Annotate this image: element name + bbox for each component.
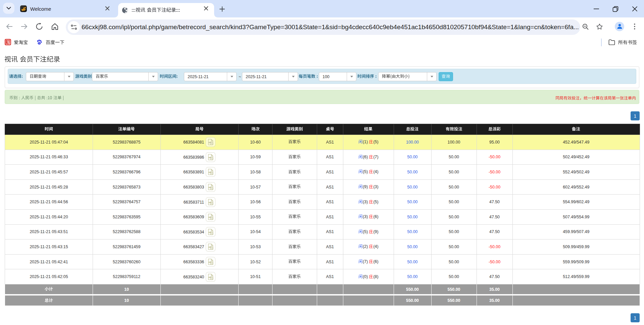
svg-text:du: du xyxy=(38,42,40,44)
